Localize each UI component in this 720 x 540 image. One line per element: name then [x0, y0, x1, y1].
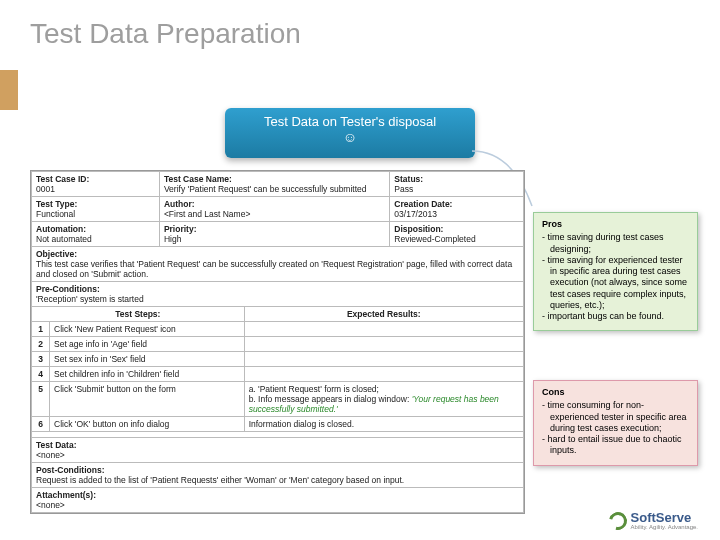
tc-auto-label: Automation:: [36, 224, 86, 234]
banner-line1: Test Data on Tester's disposal: [225, 114, 475, 129]
disposal-banner: Test Data on Tester's disposal ☺: [225, 108, 475, 158]
exp-a: a. 'Patient Request' form is closed;: [249, 384, 519, 394]
step-text: Click 'Submit' button on the form: [50, 382, 245, 417]
step-num: 5: [32, 382, 50, 417]
step-exp: [244, 337, 523, 352]
tc-disp-value: Reviewed-Completed: [394, 234, 475, 244]
test-case-table: Test Case ID:0001 Test Case Name:Verify …: [30, 170, 525, 514]
cons-panel: Cons time consuming for non-experienced …: [533, 380, 698, 466]
step-text: Set age info in 'Age' field: [50, 337, 245, 352]
tc-author-value: <First and Last Name>: [164, 209, 250, 219]
tc-id-label: Test Case ID:: [36, 174, 89, 184]
step-num: 2: [32, 337, 50, 352]
exp-b: b. Info message appears in dialog window…: [249, 394, 519, 414]
page-title: Test Data Preparation: [0, 0, 720, 64]
postcond-value: Request is added to the list of 'Patient…: [36, 475, 404, 485]
pros-heading: Pros: [542, 219, 689, 230]
pros-list: time saving during test cases designing;…: [542, 232, 689, 322]
list-item: important bugs can be found.: [550, 311, 689, 322]
tc-disp-label: Disposition:: [394, 224, 443, 234]
attach-label: Attachment(s):: [36, 490, 96, 500]
cons-list: time consuming for non-experienced teste…: [542, 400, 689, 456]
list-item: time saving during test cases designing;: [550, 232, 689, 255]
pros-panel: Pros time saving during test cases desig…: [533, 212, 698, 331]
tc-cdate-value: 03/17/2013: [394, 209, 437, 219]
logo-name: SoftServe: [631, 511, 698, 524]
tc-name-label: Test Case Name:: [164, 174, 232, 184]
steps-header: Test Steps:: [32, 307, 245, 322]
step-num: 3: [32, 352, 50, 367]
testdata-value: <none>: [36, 450, 65, 460]
step-text: Click 'OK' button on info dialog: [50, 417, 245, 432]
list-item: hard to entail issue due to chaotic inpu…: [550, 434, 689, 457]
step-num: 1: [32, 322, 50, 337]
testdata-label: Test Data:: [36, 440, 76, 450]
logo-tagline: Ability. Agility. Advantage.: [631, 524, 698, 530]
tc-author-label: Author:: [164, 199, 195, 209]
tc-id-value: 0001: [36, 184, 55, 194]
tc-prio-value: High: [164, 234, 181, 244]
tc-status-value: Pass: [394, 184, 413, 194]
tc-pre-value: 'Reception' system is started: [36, 294, 144, 304]
expected-header: Expected Results:: [244, 307, 523, 322]
postcond-label: Post-Conditions:: [36, 465, 104, 475]
logo-mark-icon: [605, 508, 630, 533]
tc-pre-label: Pre-Conditions:: [36, 284, 100, 294]
tc-obj-value: This test case verifies that 'Patient Re…: [36, 259, 512, 279]
attach-value: <none>: [36, 500, 65, 510]
step-text: Set children info in 'Children' field: [50, 367, 245, 382]
list-item: time saving for experienced tester in sp…: [550, 255, 689, 311]
step-exp: Information dialog is closed.: [244, 417, 523, 432]
tc-cdate-label: Creation Date:: [394, 199, 452, 209]
step-exp: [244, 352, 523, 367]
step-exp: [244, 322, 523, 337]
step-text: Set sex info in 'Sex' field: [50, 352, 245, 367]
tc-obj-label: Objective:: [36, 249, 77, 259]
step-num: 6: [32, 417, 50, 432]
list-item: time consuming for non-experienced teste…: [550, 400, 689, 434]
step-exp: [244, 367, 523, 382]
smile-icon: ☺: [225, 129, 475, 145]
tc-type-label: Test Type:: [36, 199, 77, 209]
cons-heading: Cons: [542, 387, 689, 398]
tc-prio-label: Priority:: [164, 224, 197, 234]
tc-name-value: Verify 'Patient Request' can be successf…: [164, 184, 367, 194]
accent-bar: [0, 70, 18, 110]
tc-auto-value: Not automated: [36, 234, 92, 244]
tc-status-label: Status:: [394, 174, 423, 184]
step-exp: a. 'Patient Request' form is closed; b. …: [244, 382, 523, 417]
softserve-logo: SoftServe Ability. Agility. Advantage.: [609, 511, 698, 530]
step-num: 4: [32, 367, 50, 382]
step-text: Click 'New Patient Request' icon: [50, 322, 245, 337]
tc-type-value: Functional: [36, 209, 75, 219]
